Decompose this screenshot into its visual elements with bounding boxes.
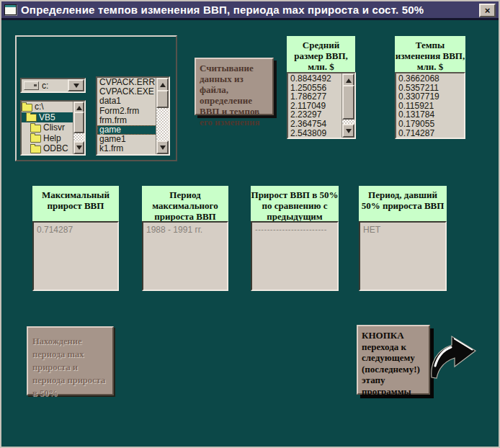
folder-icon	[22, 104, 32, 112]
combo-dropdown-button[interactable]	[68, 79, 84, 91]
dir-item[interactable]: c:\	[22, 102, 73, 112]
value-item[interactable]: 2.364754	[290, 120, 342, 129]
arrow-down-icon	[346, 129, 352, 133]
form-icon	[4, 4, 17, 15]
directory-scrollbar[interactable]	[73, 102, 84, 154]
file-item[interactable]: frm.frm	[97, 116, 156, 125]
value-item[interactable]: 0.179055	[398, 120, 464, 129]
avg-gdp-scrollbar[interactable]	[341, 73, 354, 138]
max-period-label: Период максимального прироста ВВП	[142, 186, 228, 221]
folder-icon	[30, 125, 41, 133]
arrow-down-icon	[76, 145, 82, 150]
window-title: Определение темпов изменения ВВП, период…	[21, 4, 424, 16]
drive-combo[interactable]: c:	[20, 78, 86, 93]
dir-item[interactable]: ODBC	[22, 143, 73, 154]
dir-item[interactable]: Clisvr	[22, 122, 73, 133]
next-stage-arrow-icon	[428, 330, 481, 383]
scroll-down-button[interactable]	[342, 124, 354, 138]
growth-50-label: Прирост ВВП в 50% по сравнению с предыду…	[251, 186, 339, 221]
next-stage-button[interactable]: КНОПКА перехода к следующему (последнему…	[357, 325, 430, 395]
dir-item[interactable]: Help	[22, 133, 73, 144]
drive-value: c:	[42, 81, 48, 91]
max-growth-box[interactable]: 0.714287	[32, 221, 119, 291]
find-period-button[interactable]: Нахождение периода max прироста и период…	[27, 326, 114, 395]
value-item[interactable]: 1.786277	[290, 92, 342, 102]
file-item[interactable]: data1	[97, 97, 156, 106]
value-item[interactable]: 2.543809	[290, 129, 342, 138]
dir-item-selected[interactable]: VB5	[22, 112, 73, 123]
max-period-box[interactable]: 1988 - 1991 гг.	[142, 221, 228, 291]
avg-gdp-label: Средний размер ВВП, млн. $	[287, 36, 355, 72]
drive-icon	[24, 81, 39, 90]
file-item[interactable]: Form2.frm	[97, 107, 156, 116]
rates-list: 0.3662068 0.5357211 0.3307719 0.115921 0…	[395, 72, 465, 139]
arrow-down-icon	[160, 145, 166, 150]
scroll-down-button[interactable]	[156, 140, 169, 154]
scroll-down-button[interactable]	[73, 141, 84, 154]
max-growth-label: Максимальный прирост ВВП	[32, 186, 119, 221]
avg-gdp-list: 0.8843492 1.250556 1.786277 2.117049 2.2…	[287, 72, 356, 139]
folder-icon	[26, 114, 37, 122]
chevron-down-icon	[73, 84, 79, 88]
growth-50-box[interactable]: ------------------------	[251, 221, 339, 291]
file-list: CVPACK.ERR CVPACK.EXE data1 Form2.frm fr…	[96, 76, 170, 156]
folder-icon	[30, 145, 41, 153]
scroll-thumb[interactable]	[73, 112, 84, 133]
period-50-label: Период, давший 50% прироста ВВП	[359, 186, 447, 221]
arrow-up-icon	[160, 83, 166, 87]
file-item[interactable]: k1.frm	[97, 144, 156, 153]
close-icon: ×	[485, 5, 491, 16]
rates-label: Темпы изменения ВВП, млн. $	[395, 36, 465, 72]
value-item[interactable]: 0.3307719	[398, 92, 464, 102]
value-item[interactable]: 0.714287	[398, 129, 464, 138]
close-button[interactable]: ×	[479, 4, 496, 17]
period-50-box[interactable]: НЕТ	[359, 221, 447, 291]
title-bar[interactable]: Определение темпов изменения ВВП, период…	[1, 1, 499, 20]
app-window: Определение темпов изменения ВВП, период…	[0, 0, 500, 448]
directory-list: c:\ VB5 Clisvr Help ODBC	[20, 100, 86, 156]
scroll-thumb[interactable]	[342, 85, 354, 120]
arrow-up-icon	[346, 79, 352, 83]
file-scrollbar[interactable]	[156, 78, 169, 154]
scroll-thumb[interactable]	[156, 90, 169, 108]
folder-icon	[30, 135, 41, 143]
read-data-button[interactable]: Считывание данных из файла, определение …	[195, 58, 274, 115]
value-item[interactable]: 0.8843492	[290, 74, 342, 84]
arrow-up-icon	[76, 106, 82, 110]
value-item[interactable]: 0.3662068	[398, 74, 464, 84]
